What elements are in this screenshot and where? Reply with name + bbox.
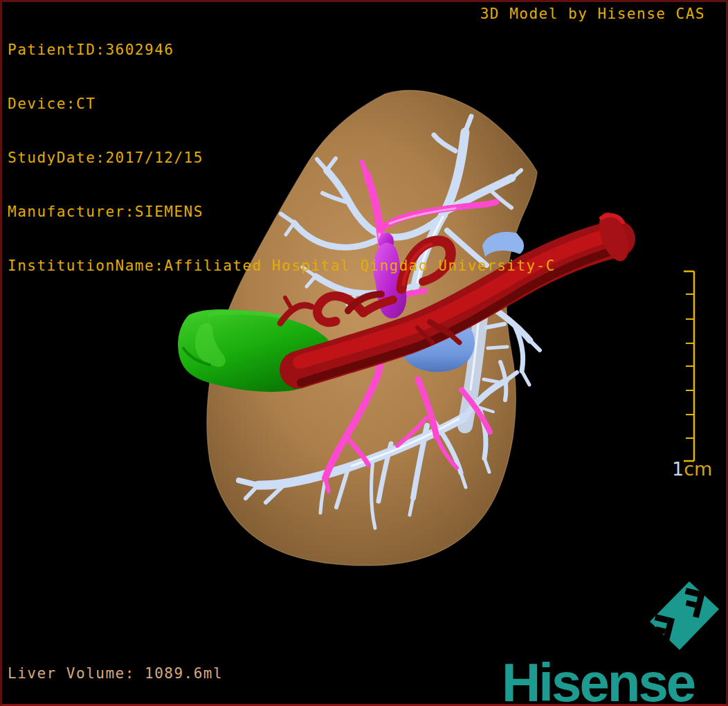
patient-id: PatientID:3602946 [8,41,556,59]
scale-bar [684,271,694,461]
institution-name: InstitutionName:Affiliated Hospital Qing… [8,257,556,275]
viewer-window: PatientID:3602946 Device:CT StudyDate:20… [0,0,728,706]
study-date: StudyDate:2017/12/15 [8,149,556,167]
hisense-cas-diamond-icon [650,581,719,650]
device: Device:CT [8,95,556,113]
liver-volume-readout: Liver Volume: 1089.6ml [8,665,223,682]
watermark-title: 3D Model by Hisense CAS [480,6,705,22]
scale-bar-number: 1 [672,458,684,480]
scale-bar-label: 1cm [672,458,712,480]
patient-metadata: PatientID:3602946 Device:CT StudyDate:20… [8,5,556,311]
scale-bar-unit: cm [684,458,712,480]
manufacturer: Manufacturer:SIEMENS [8,203,556,221]
hisense-wordmark: Hisense [502,655,694,706]
